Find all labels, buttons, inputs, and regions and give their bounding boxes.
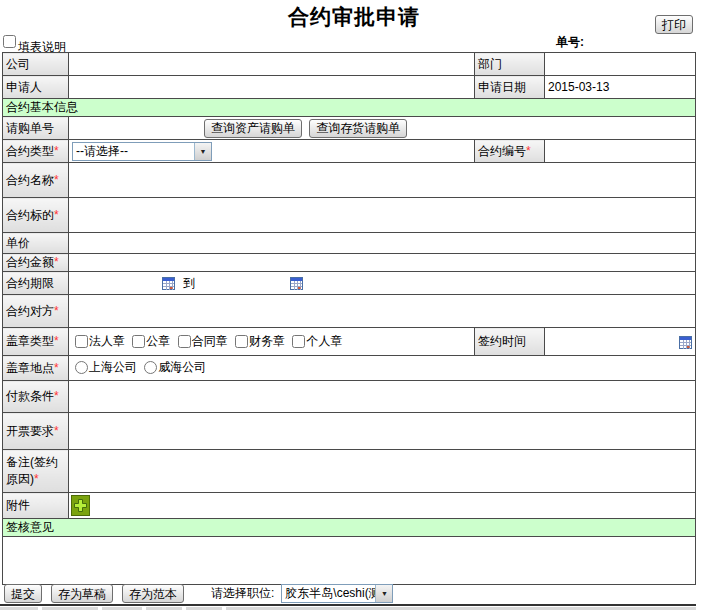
seal-place-option[interactable]: 上海公司 <box>75 359 137 376</box>
required-mark: * <box>54 389 59 403</box>
contract-type-select[interactable]: --请选择-- ▼ <box>72 142 212 161</box>
row-contract-period: 合约期限 到 <box>3 272 696 295</box>
contract-form-table: 公司 部门 申请人 申请日期 2015-03-13 合约基本信息 请购单号 查询… <box>2 52 696 585</box>
seal-type-option[interactable]: 个人章 <box>292 333 342 350</box>
position-select[interactable]: 胶东半岛\ceshi(测试帐号) ▼ <box>281 584 393 603</box>
applicant-field[interactable] <box>69 76 475 99</box>
required-mark: * <box>54 208 59 222</box>
seal-place-label-cell: 盖章地点* <box>3 356 69 381</box>
signing-time-field[interactable] <box>545 328 696 356</box>
row-contract-subject: 合约标的* <box>3 198 696 233</box>
row-approval-box <box>3 537 696 585</box>
print-button[interactable]: 打印 <box>655 15 693 34</box>
seal-type-label-cell: 盖章类型* <box>3 328 69 356</box>
counterparty-label-cell: 合约对方* <box>3 295 69 328</box>
seal-place-option[interactable]: 威海公司 <box>144 359 206 376</box>
seal-type-option[interactable]: 公章 <box>132 333 170 350</box>
seal-place-label: 盖章地点 <box>6 361 54 375</box>
payment-terms-label-cell: 付款条件* <box>3 381 69 413</box>
seal-type-option[interactable]: 财务章 <box>235 333 285 350</box>
save-template-button[interactable]: 存为范本 <box>122 584 184 603</box>
calendar-icon[interactable] <box>290 277 303 290</box>
required-mark: * <box>526 144 531 158</box>
plus-icon <box>71 495 90 516</box>
query-inventory-requisition-button[interactable]: 查询存货请购单 <box>309 119 407 138</box>
seal-type-option[interactable]: 法人章 <box>75 333 125 350</box>
remark-label-cell: 备注(签约原因)* <box>3 450 69 493</box>
invoice-req-label: 开票要求 <box>6 424 54 438</box>
contract-amount-field[interactable] <box>69 254 696 272</box>
contract-amount-label-cell: 合约金额* <box>3 254 69 272</box>
seal-finance-checkbox[interactable] <box>235 335 248 348</box>
position-label: 请选择职位: <box>211 585 274 602</box>
row-invoice-req: 开票要求* <box>3 413 696 450</box>
invoice-req-field[interactable] <box>69 413 696 450</box>
seal-personal-checkbox[interactable] <box>292 335 305 348</box>
contract-subject-field[interactable] <box>69 198 696 233</box>
department-label: 部门 <box>478 57 502 71</box>
row-applicant: 申请人 申请日期 2015-03-13 <box>3 76 696 99</box>
chevron-down-icon[interactable]: ▼ <box>375 585 392 602</box>
counterparty-label: 合约对方 <box>6 304 54 318</box>
payment-terms-field[interactable] <box>69 381 696 413</box>
form-note-checkbox[interactable] <box>3 35 16 48</box>
shanghai-radio[interactable] <box>75 361 88 374</box>
apply-date-label-cell: 申请日期 <box>475 76 545 99</box>
contract-period-label-cell: 合约期限 <box>3 272 69 295</box>
department-field[interactable] <box>545 53 696 76</box>
company-label-cell: 公司 <box>3 53 69 76</box>
contract-type-value: --请选择-- <box>73 143 194 160</box>
row-counterparty: 合约对方* <box>3 295 696 328</box>
applicant-label: 申请人 <box>6 80 42 94</box>
row-company: 公司 部门 <box>3 53 696 76</box>
add-attachment-button[interactable] <box>71 495 90 516</box>
invoice-req-label-cell: 开票要求* <box>3 413 69 450</box>
submit-button[interactable]: 提交 <box>4 584 42 603</box>
calendar-icon[interactable] <box>162 277 175 290</box>
chevron-down-icon[interactable]: ▼ <box>194 143 211 160</box>
required-mark: * <box>54 144 59 158</box>
unit-price-field[interactable] <box>69 233 696 254</box>
contract-type-cell: --请选择-- ▼ <box>69 140 475 163</box>
seal-finance-label: 财务章 <box>249 333 285 350</box>
remark-field[interactable] <box>69 450 696 493</box>
counterparty-field[interactable] <box>69 295 696 328</box>
row-remark: 备注(签约原因)* <box>3 450 696 493</box>
seal-contract-checkbox[interactable] <box>178 335 191 348</box>
row-contract-type: 合约类型* --请选择-- ▼ 合约编号* <box>3 140 696 163</box>
contract-type-label-cell: 合约类型* <box>3 140 69 163</box>
weihai-label: 威海公司 <box>158 359 206 376</box>
seal-legal-checkbox[interactable] <box>75 335 88 348</box>
contract-no-field[interactable] <box>545 140 696 163</box>
calendar-icon[interactable] <box>679 336 692 349</box>
requisition-field[interactable]: 查询资产请购单 查询存货请购单 <box>69 117 696 140</box>
row-contract-amount: 合约金额* <box>3 254 696 272</box>
apply-date-field[interactable]: 2015-03-13 <box>545 76 696 99</box>
save-draft-button[interactable]: 存为草稿 <box>51 584 113 603</box>
seal-type-label: 盖章类型 <box>6 334 54 348</box>
contract-subject-label: 合约标的 <box>6 208 54 222</box>
attachment-cell <box>69 493 696 519</box>
signing-time-label-cell: 签约时间 <box>475 328 545 356</box>
contract-name-field[interactable] <box>69 163 696 198</box>
contract-amount-label: 合约金额 <box>6 255 54 269</box>
footer-actions: 提交 存为草稿 存为范本 请选择职位: 胶东半岛\ceshi(测试帐号) ▼ <box>4 584 393 603</box>
weihai-radio[interactable] <box>144 361 157 374</box>
row-section-basic: 合约基本信息 <box>3 99 696 117</box>
contract-name-label: 合约名称 <box>6 173 54 187</box>
seal-personal-label: 个人章 <box>306 333 342 350</box>
required-mark: * <box>54 334 59 348</box>
attachment-label: 附件 <box>6 498 30 512</box>
seal-type-option[interactable]: 合同章 <box>178 333 228 350</box>
required-mark: * <box>54 361 59 375</box>
company-label: 公司 <box>6 57 30 71</box>
required-mark: * <box>54 173 59 187</box>
contract-name-label-cell: 合约名称* <box>3 163 69 198</box>
company-field[interactable] <box>69 53 475 76</box>
remark-label: 备注(签约原因) <box>6 455 58 486</box>
row-seal-type: 盖章类型* 法人章 公章 合同章 财务章 个人章 签约时间 <box>3 328 696 356</box>
order-no-label: 单号: <box>556 34 584 51</box>
seal-official-checkbox[interactable] <box>132 335 145 348</box>
approval-comments-box <box>3 537 696 585</box>
query-asset-requisition-button[interactable]: 查询资产请购单 <box>204 119 302 138</box>
